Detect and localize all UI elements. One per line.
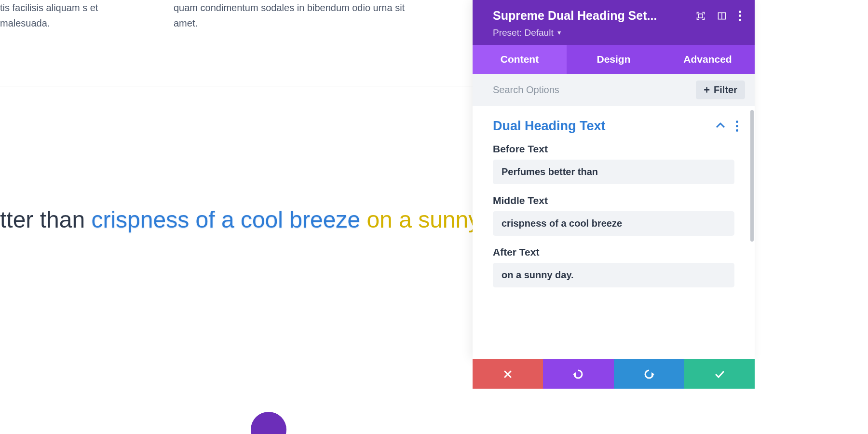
scrollbar[interactable] <box>750 110 754 242</box>
after-text-input[interactable] <box>493 263 734 287</box>
page-preview: tis facilisis aliquam s et malesuada. qu… <box>0 0 473 434</box>
middle-text-label: Middle Text <box>493 195 734 206</box>
undo-button[interactable] <box>543 359 613 389</box>
before-text-input[interactable] <box>493 160 734 184</box>
redo-button[interactable] <box>614 359 684 389</box>
expand-icon[interactable] <box>696 11 705 21</box>
panel-title: Supreme Dual Heading Set... <box>493 9 687 23</box>
preset-label: Preset: Default <box>493 27 554 38</box>
heading-middle-text: crispness of a cool breeze <box>91 207 360 232</box>
add-module-fab[interactable] <box>251 412 286 434</box>
chevron-up-icon[interactable] <box>716 122 725 131</box>
section-header[interactable]: Dual Heading Text <box>473 106 755 143</box>
field-after: After Text <box>473 246 755 298</box>
tab-advanced[interactable]: Advanced <box>661 45 755 74</box>
section-more-icon[interactable] <box>736 121 738 132</box>
section-title: Dual Heading Text <box>493 119 716 134</box>
plus-icon: + <box>704 85 710 95</box>
filter-label: Filter <box>714 84 737 95</box>
panel-footer <box>473 359 755 389</box>
section-divider <box>0 86 473 86</box>
lorem-text-left: tis facilisis aliquam s et malesuada. <box>0 0 106 31</box>
lorem-text-right: quam condimentum sodales in bibendum odi… <box>174 0 424 31</box>
panel-header: Supreme Dual Heading Set... Preset: Defa… <box>473 0 755 45</box>
chevron-down-icon: ▼ <box>556 29 562 36</box>
search-options-input[interactable] <box>493 84 696 95</box>
tab-design[interactable]: Design <box>567 45 661 74</box>
field-before: Before Text <box>473 143 755 195</box>
middle-text-input[interactable] <box>493 211 734 236</box>
field-middle: Middle Text <box>473 195 755 246</box>
settings-panel: Supreme Dual Heading Set... Preset: Defa… <box>473 0 755 359</box>
columns-icon[interactable] <box>717 11 727 21</box>
before-text-label: Before Text <box>493 143 734 155</box>
preset-dropdown[interactable]: Preset: Default ▼ <box>493 27 741 38</box>
panel-tabs: Content Design Advanced <box>473 45 755 74</box>
filter-button[interactable]: + Filter <box>696 81 745 99</box>
close-button[interactable] <box>473 359 543 389</box>
search-row: + Filter <box>473 74 755 106</box>
tab-content[interactable]: Content <box>473 45 567 74</box>
confirm-button[interactable] <box>684 359 755 389</box>
svg-rect-0 <box>699 14 703 17</box>
panel-body: Dual Heading Text Before Text Middle Tex… <box>473 106 755 359</box>
heading-before-text: tter than <box>0 207 91 232</box>
after-text-label: After Text <box>493 246 734 258</box>
more-menu-icon[interactable] <box>738 11 741 21</box>
dual-heading-preview: tter than crispness of a cool breeze on … <box>0 206 529 233</box>
